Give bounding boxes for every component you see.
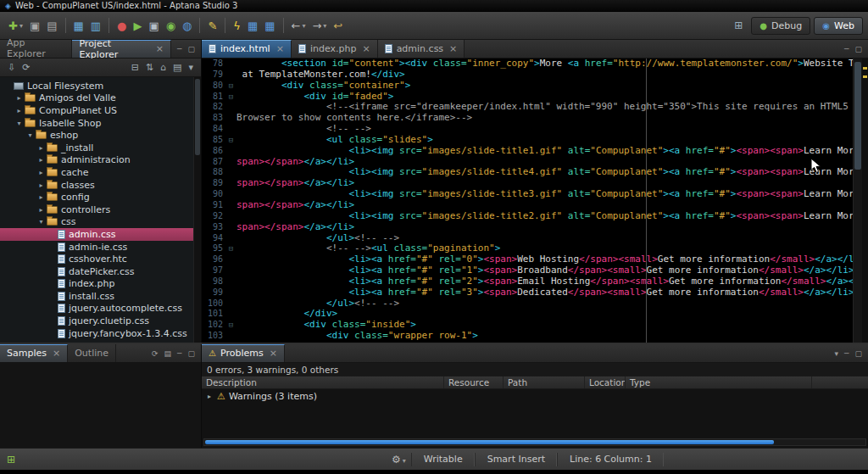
minimize-icon[interactable]: ─ [177, 349, 181, 358]
tab-samples[interactable]: Samples × [0, 344, 68, 362]
minimize-icon[interactable]: ─ [844, 349, 849, 358]
data-grid-button[interactable]: ▦ [244, 19, 261, 33]
sort-icon[interactable]: ⇅ [142, 61, 157, 74]
code-line-103[interactable]: 103 <div class="wrapper row-1"> [202, 331, 868, 342]
record-button[interactable]: ● [114, 19, 130, 33]
minimize-icon[interactable]: ─ [177, 45, 181, 53]
fold-marker-icon[interactable]: ⊟ [225, 81, 236, 92]
tree-item-classes[interactable]: ▸classes [0, 179, 201, 192]
home-icon[interactable]: ⌂ [157, 61, 170, 74]
tree-item-admin-ie-css[interactable]: admin-ie.css [0, 241, 201, 254]
column-header-location[interactable]: Location [585, 376, 626, 388]
tab-outline[interactable]: Outline [68, 344, 116, 362]
perspective-web-button[interactable]: ◉ Web [814, 17, 863, 35]
tree-item-csshover-htc[interactable]: csshover.htc [0, 253, 201, 265]
dropdown-icon[interactable]: ▾ [185, 61, 197, 74]
tab-app-explorer[interactable]: App Explorer [0, 40, 72, 58]
fold-marker-icon[interactable]: ⊟ [225, 320, 236, 331]
perspective-debug-button[interactable]: ● Debug [751, 17, 810, 35]
expander-icon[interactable]: ▸ [36, 206, 46, 214]
expander-icon[interactable]: ▸ [14, 107, 24, 114]
scrollbar-thumb[interactable] [205, 440, 774, 444]
screenshot-button[interactable]: ▣ [145, 19, 162, 33]
tree-item-jquery-fancybox-1-3-4-css[interactable]: jquery.fancybox-1.3.4.css [0, 327, 201, 340]
overview-ruler[interactable] [862, 59, 868, 343]
problems-row-warnings-3-items[interactable]: ▸⚠Warnings (3 items) [202, 389, 868, 404]
tree-item-install-css[interactable]: install.css [0, 290, 201, 303]
expander-icon[interactable]: ▸ [36, 193, 46, 201]
tree-item-administracion[interactable]: ▸administracion [0, 154, 201, 167]
new-wizard-button[interactable]: ✚▾ [5, 19, 26, 33]
close-icon[interactable]: × [156, 43, 164, 54]
expander-icon[interactable]: ▾ [36, 218, 46, 226]
expander-icon[interactable]: ▸ [205, 393, 214, 400]
tab-index-html[interactable]: index.html × [202, 40, 292, 58]
tree-item-css[interactable]: ▾css [0, 216, 201, 229]
tree-item-eshop[interactable]: ▾eshop [0, 129, 201, 142]
close-icon[interactable]: × [276, 43, 284, 54]
tree-item-install[interactable]: ▸_install [0, 142, 201, 154]
close-icon[interactable]: × [53, 348, 60, 359]
tab-project-explorer[interactable]: Project Explorer × [72, 40, 171, 58]
tree-item-jquery-autocomplete-css[interactable]: jquery.autocomplete.css [0, 303, 201, 315]
view-menu-icon[interactable]: ▤ [170, 61, 185, 74]
close-icon[interactable]: × [449, 43, 457, 54]
maximize-icon[interactable]: ▢ [187, 349, 195, 358]
minimize-icon[interactable]: ─ [844, 45, 849, 53]
back-history-button[interactable]: ←▾ [288, 19, 309, 33]
tree-item-cache[interactable]: ▸cache [0, 166, 201, 179]
expander-icon[interactable]: ▸ [36, 144, 46, 152]
tree-item-datepicker-css[interactable]: datePicker.css [0, 265, 201, 278]
maximize-icon[interactable]: ▢ [187, 45, 195, 53]
import-icon[interactable]: ⇩ [4, 61, 19, 74]
collapse-all-icon[interactable]: ⊟ [128, 61, 142, 74]
tab-admin-css[interactable]: admin.css × [378, 40, 465, 58]
web-preview-button[interactable]: ◍ [179, 19, 195, 33]
horizontal-scrollbar[interactable] [203, 438, 866, 446]
last-edit-location-button[interactable]: ↩ [330, 19, 346, 33]
tree-item-jquery-cluetip-css[interactable]: jquery.cluetip.css [0, 315, 201, 327]
column-header-path[interactable]: Path [504, 376, 585, 388]
maximize-icon[interactable]: ▢ [854, 349, 862, 358]
close-icon[interactable]: × [270, 348, 277, 359]
view-menu-icon[interactable]: ▤ [164, 349, 172, 358]
gear-icon[interactable]: ⚙▾ [387, 454, 411, 466]
lightning-button[interactable]: ϟ [230, 19, 244, 33]
fold-marker-icon[interactable]: ⊟ [225, 92, 236, 103]
tree-item-amigos-del-valle[interactable]: ▸Amigos del Valle [0, 92, 201, 105]
run-button[interactable]: ▶ [130, 19, 145, 33]
column-header-type[interactable]: Type [626, 376, 812, 388]
fold-marker-icon[interactable]: ⊟ [225, 243, 236, 254]
expander-icon[interactable]: ▸ [36, 169, 46, 176]
editor-vertical-scrollbar[interactable] [853, 59, 862, 343]
forward-history-button[interactable]: →▾ [309, 19, 330, 33]
column-header-resource[interactable]: Resource [444, 376, 504, 388]
close-icon[interactable]: × [362, 43, 370, 54]
data-grid-2-button[interactable]: ▦ [261, 19, 278, 33]
tab-index-php[interactable]: index.php × [292, 40, 378, 58]
refresh-icon[interactable]: ⟳ [152, 349, 159, 358]
format-wand-button[interactable]: ✎ [204, 19, 220, 33]
form-view-button[interactable]: ▥ [87, 19, 104, 33]
expander-icon[interactable]: ▾ [25, 131, 35, 139]
refresh-icon[interactable]: ⟳ [19, 61, 33, 74]
table-view-button[interactable]: ▦ [70, 19, 87, 33]
column-header-description[interactable]: Description [202, 376, 444, 388]
tree-item-isabelle-shop[interactable]: ▾Isabelle Shop [0, 117, 201, 130]
view-menu-icon[interactable]: ▾ [835, 349, 839, 358]
tree-scrollbar[interactable] [193, 77, 201, 343]
tree-item-admin-css[interactable]: admin.css [0, 228, 201, 241]
fold-marker-icon[interactable]: ⊟ [225, 135, 236, 146]
expander-icon[interactable]: ▸ [14, 94, 24, 102]
code-editor[interactable]: 78 <section id="content"><div class="inn… [202, 59, 868, 343]
fast-view-icon[interactable]: ⊞ [0, 454, 22, 466]
tree-item-local-filesystem[interactable]: Local Filesystem [0, 80, 201, 92]
tab-problems[interactable]: ⚠ Problems × [202, 344, 285, 362]
print-button[interactable]: ▤ [43, 19, 60, 33]
tree-item-controllers[interactable]: ▸controllers [0, 204, 201, 216]
tree-item-config[interactable]: ▸config [0, 191, 201, 204]
open-perspective-icon[interactable]: ⊞ [734, 20, 743, 31]
save-button[interactable]: ▣ [26, 19, 43, 33]
expander-icon[interactable]: ▸ [36, 156, 46, 164]
expander-icon[interactable]: ▸ [36, 181, 46, 189]
